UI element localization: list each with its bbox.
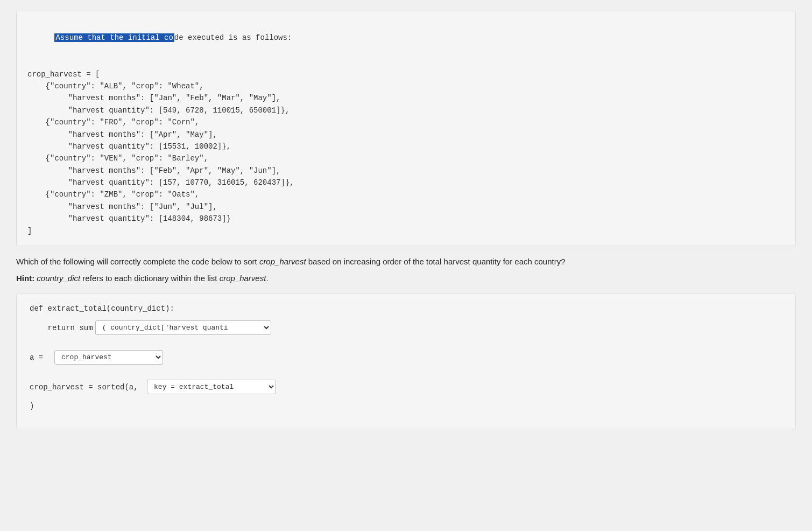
sorted-prefix-space [140,383,145,392]
code-line-4: "harvest quantity": [549, 6728, 110015, … [27,104,785,116]
code-line-5: {"country": "FRO", "crop": "Corn", [27,116,785,128]
sorted-key-dropdown[interactable]: key = extract_total key = sum key = extr… [147,380,276,394]
code-line-1: crop_harvest = [ [27,68,785,80]
def-prefix: def extract_total(country_dict): [30,304,174,313]
answer-line-3: a = crop_harvest crop_harvest.values() c… [30,350,782,365]
code-line-13: "harvest quantity": [148304, 98673]} [27,213,785,225]
answer-line-1: def extract_total(country_dict): [30,304,782,313]
code-line-10: "harvest quantity": [157, 10770, 316015,… [27,177,785,188]
highlighted-text: Assume that the initial co [54,33,174,42]
answer-line-2: return sum ( country_dict['harvest quant… [30,320,782,335]
code-line-6: "harvest months": ["Apr", "May"], [27,129,785,141]
answer-line-5: ) [30,402,782,410]
header-line: Assume that the initial code executed is… [27,20,785,56]
answer-line-4: crop_harvest = sorted(a, key = extract_t… [30,380,782,394]
a-equals-dropdown[interactable]: crop_harvest crop_harvest.values() crop_… [54,350,163,365]
header-rest: de executed is as follows: [174,33,292,42]
initial-code-block: Assume that the initial code executed is… [16,11,796,246]
return-sum-dropdown[interactable]: ( country_dict['harvest quanti ( country… [95,320,271,335]
code-line-7: "harvest quantity": [15531, 10002]}, [27,141,785,152]
question-main: Which of the following will correctly co… [16,256,796,268]
code-line-8: {"country": "VEN", "crop": "Barley", [27,152,785,164]
code-line-3: "harvest months": ["Jan", "Feb", "Mar", … [27,92,785,104]
hint-label: Hint: [16,274,34,283]
code-line-14: ] [27,225,785,237]
code-line-12: "harvest months": ["Jun", "Jul"], [27,201,785,213]
sorted-prefix: crop_harvest = sorted(a, [30,383,138,392]
answer-block: def extract_total(country_dict): return … [16,293,796,429]
closing-paren: ) [30,402,34,410]
code-line-2: {"country": "ALB", "crop": "Wheat", [27,80,785,92]
code-line-9: "harvest months": ["Feb", "Apr", "May", … [27,165,785,177]
main-container: Assume that the initial code executed is… [5,5,807,435]
return-sum-prefix: return sum [30,324,93,332]
a-equals-prefix: a = [30,353,52,362]
hint-text: Hint: country_dict refers to each dictio… [16,273,796,285]
code-line-11: {"country": "ZMB", "crop": "Oats", [27,188,785,200]
hint-body: country_dict refers to each dictionary w… [34,274,268,283]
